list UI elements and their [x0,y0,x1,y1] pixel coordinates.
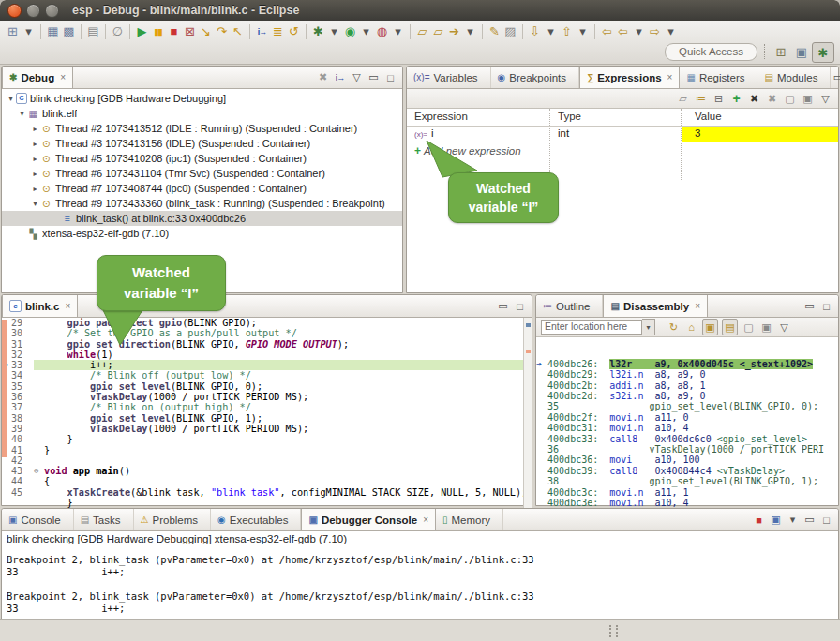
fold-icon[interactable] [34,445,44,455]
back-icon[interactable]: ⇦ [615,22,631,41]
instruction-stepping-toggle-icon[interactable]: i→ [333,70,347,85]
cpp-perspective-icon[interactable]: ▣ [791,42,812,61]
column-expression[interactable]: Expression [414,111,468,122]
debug-tree-item[interactable]: ▾ C blink checking [GDB Hardware Debuggi… [2,91,402,106]
fold-icon[interactable] [34,328,44,338]
maximize-view-icon[interactable]: □ [383,70,398,85]
minimize-window-button[interactable] [26,4,40,18]
remove-all-expressions-icon[interactable]: ✖ [765,91,779,106]
new-wizard-icon[interactable]: ⊞ [5,22,21,41]
code-editor[interactable]: 29 gpio_pad_select_gpio(BLINK_GPIO); 30 … [2,318,532,508]
overview-mark[interactable] [526,323,531,327]
line-number[interactable]: 29 [11,318,34,328]
maximize-view-icon[interactable]: □ [513,299,527,314]
instruction-pointer-icon[interactable] [2,476,11,486]
tab-registers[interactable]: ▦ Registers [680,67,758,88]
maximize-view-icon[interactable]: □ [819,513,833,528]
expander-icon[interactable]: ▸ [30,155,40,163]
debug-tree-item[interactable]: ▸ ⊙ Thread #6 1073431104 (Tmr Svc) (Susp… [2,166,402,181]
tab-variables[interactable]: (x)= Variables [407,67,491,88]
fold-icon[interactable] [34,498,44,508]
column-type[interactable]: Type [558,111,581,122]
fold-icon[interactable] [34,350,44,360]
console-output[interactable]: Breakpoint 2, blink_task (pvParameter=0x… [2,548,838,615]
instruction-stepping-icon[interactable]: i→ [254,22,270,41]
fold-icon[interactable] [34,318,44,328]
expander-icon[interactable]: ▸ [30,140,40,148]
fold-icon[interactable] [34,392,44,402]
code-line[interactable]: 39 vTaskDelay(1000 / portTICK_PERIOD_MS)… [2,424,532,434]
debug-tree-item[interactable]: ▸ ⊙ Thread #2 1073413512 (IDLE : Running… [2,121,402,136]
close-tab-icon[interactable]: × [60,72,66,82]
save-all-icon[interactable]: ▩ [61,22,77,41]
view-menu-icon[interactable]: ▽ [818,91,832,106]
code-line[interactable]: 37 /* Blink on (output high) */ [2,402,532,412]
fold-icon[interactable] [34,424,44,434]
tab-expressions[interactable]: ∑ Expressions × [579,67,680,88]
previous-annotation-dropdown-icon[interactable]: ▾ [575,22,591,41]
forward-dropdown-icon[interactable]: ▾ [663,22,679,41]
fold-icon[interactable] [34,455,44,466]
tab-breakpoints[interactable]: ◉ Breakpoints [491,67,579,88]
combo-dropdown-icon[interactable]: ▾ [642,319,655,335]
tab-outline[interactable]: ≔ Outline [536,295,603,317]
quick-access-button[interactable]: Quick Access [665,43,758,61]
new-view-icon[interactable]: ▢ [742,320,756,335]
code-line[interactable]: 29 gpio_pad_select_gpio(BLINK_GPIO); [2,318,532,328]
build-icon[interactable]: ▤ [85,22,101,41]
fold-icon[interactable] [34,360,44,370]
code-line[interactable]: 30 /* Set the GPIO as a push/pull output… [2,328,532,338]
line-number[interactable]: 31 [11,339,34,350]
code-line[interactable]: ➔ 33 i++; [2,360,532,370]
line-number[interactable]: 32 [11,350,34,360]
expression-value-cell[interactable]: 3 [682,127,838,142]
debug-tree-item[interactable]: ▸ ⊙ Thread #7 1073408744 (ipc0) (Suspend… [2,181,402,196]
overview-ruler[interactable] [523,318,532,508]
new-project-icon[interactable]: ▱ [414,22,430,41]
code-line[interactable]: } [2,498,532,508]
disconnect-icon[interactable]: ⊠ [182,22,198,41]
fold-icon[interactable] [34,476,44,486]
tab-executables[interactable]: ◉ Executables [211,509,301,530]
line-number[interactable]: 37 [11,402,34,412]
line-number[interactable]: 43 [11,466,34,476]
line-number[interactable]: 44 [11,476,34,486]
back-dropdown-icon[interactable]: ▾ [631,22,647,41]
resume-icon[interactable]: ▶ [134,22,150,41]
debug-tree-item[interactable]: ▾ ▦ blink.elf [2,106,402,121]
minimize-view-icon[interactable]: ▭ [367,70,381,85]
line-number[interactable]: 42 [11,455,34,466]
add-expression-icon[interactable]: + [729,91,743,106]
tab-debugger-console[interactable]: ▣ Debugger Console × [301,509,436,530]
debug-tree-item[interactable]: ▾ ⊙ Thread #9 1073433360 (blink_task : R… [2,196,402,211]
home-icon[interactable]: ⌂ [684,320,698,335]
disassembly-line[interactable]: ➔ 400dbc26: l32r a9, 0x400d045c <_stext+… [536,337,838,348]
code-line[interactable]: 45 xTaskCreate(&blink_task, "blink_task"… [2,487,532,498]
code-line[interactable]: 32 while(1) [2,350,532,360]
close-tab-icon[interactable]: × [423,514,428,525]
step-into-icon[interactable]: ↘ [198,22,214,41]
code-line[interactable]: 34 /* Blink off (output low) */ [2,370,532,380]
code-line[interactable]: 36 vTaskDelay(1000 / portTICK_PERIOD_MS)… [2,392,532,402]
close-tab-icon[interactable]: × [695,301,700,311]
expander-icon[interactable]: ▾ [6,95,16,103]
expander-icon[interactable]: ▾ [17,110,27,118]
debug-tree-item[interactable]: ▚ xtensa-esp32-elf-gdb (7.10) [2,226,402,241]
location-combo[interactable]: Enter location here ▾ [541,319,655,335]
collapse-all-icon[interactable]: ⊟ [712,91,726,106]
search-icon[interactable]: ▨ [502,22,518,41]
run-dropdown-icon[interactable]: ▾ [358,22,374,41]
line-number[interactable]: 39 [11,424,34,434]
line-number[interactable]: 34 [11,370,34,380]
expander-icon[interactable]: ▸ [30,185,40,193]
instruction-pointer-icon[interactable] [2,498,11,508]
code-line[interactable]: 42 [2,455,532,466]
column-value[interactable]: Value [695,111,722,122]
fold-icon[interactable] [34,413,44,424]
overview-mark[interactable] [526,350,531,353]
close-window-button[interactable] [8,4,22,18]
open-perspective-icon[interactable]: ⊞ [771,42,791,61]
tab-problems[interactable]: ⚠ Problems [134,509,212,530]
format-icon[interactable]: ✎ [487,22,502,41]
open-element-icon[interactable]: ▱ [430,22,446,41]
